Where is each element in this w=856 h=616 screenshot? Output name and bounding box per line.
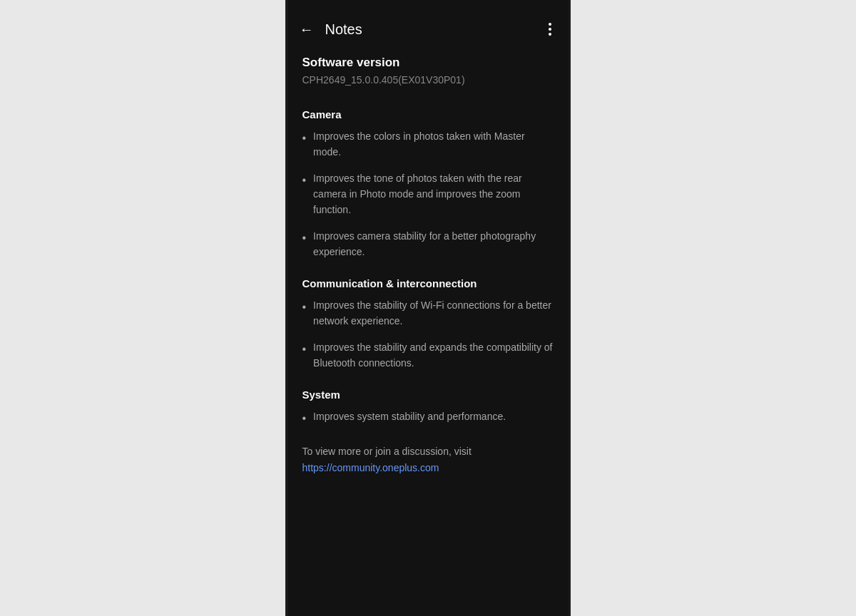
communication-item-1: Improves the stability of Wi-Fi connecti… [313,298,554,329]
camera-section: Camera • Improves the colors in photos t… [302,108,554,260]
software-version-value: CPH2649_15.0.0.405(EX01V30P01) [302,74,554,86]
camera-heading: Camera [302,108,554,120]
list-item: • Improves the tone of photos taken with… [302,171,554,217]
list-item: • Improves the stability and expands the… [302,340,554,371]
communication-list: • Improves the stability of Wi-Fi connec… [302,298,554,371]
list-item: • Improves the colors in photos taken wi… [302,129,554,160]
system-section: System • Improves system stability and p… [302,389,554,427]
system-item-1: Improves system stability and performanc… [313,409,506,425]
header: ← Notes [288,0,569,50]
software-version-title: Software version [302,56,554,70]
system-list: • Improves system stability and performa… [302,409,554,427]
camera-item-2: Improves the tone of photos taken with t… [313,171,554,217]
dot3 [549,33,551,36]
back-button[interactable]: ← [300,21,314,38]
header-left: ← Notes [300,21,362,38]
communication-item-2: Improves the stability and expands the c… [313,340,554,371]
phone-screen: ← Notes Software version CPH2649_15.0.0.… [288,0,569,616]
list-item: • Improves the stability of Wi-Fi connec… [302,298,554,329]
page-title: Notes [325,21,362,38]
software-version-section: Software version CPH2649_15.0.0.405(EX01… [302,56,554,86]
communication-section: Communication & interconnection • Improv… [302,277,554,371]
bullet-icon: • [302,410,307,427]
bullet-icon: • [302,172,307,189]
camera-item-1: Improves the colors in photos taken with… [313,129,554,160]
camera-list: • Improves the colors in photos taken wi… [302,129,554,260]
community-link[interactable]: https://community.oneplus.com [302,462,554,473]
communication-heading: Communication & interconnection [302,277,554,289]
list-item: • Improves system stability and performa… [302,409,554,427]
system-heading: System [302,389,554,401]
list-item: • Improves camera stability for a better… [302,229,554,260]
footer-text: To view more or join a discussion, visit [302,444,554,459]
dot1 [549,23,551,26]
bullet-icon: • [302,130,307,147]
camera-item-3: Improves camera stability for a better p… [313,229,554,260]
bullet-icon: • [302,230,307,247]
content-area: Software version CPH2649_15.0.0.405(EX01… [288,50,569,502]
bullet-icon: • [302,299,307,316]
more-menu-button[interactable] [546,20,554,38]
bullet-icon: • [302,341,307,358]
dot2 [549,28,551,31]
